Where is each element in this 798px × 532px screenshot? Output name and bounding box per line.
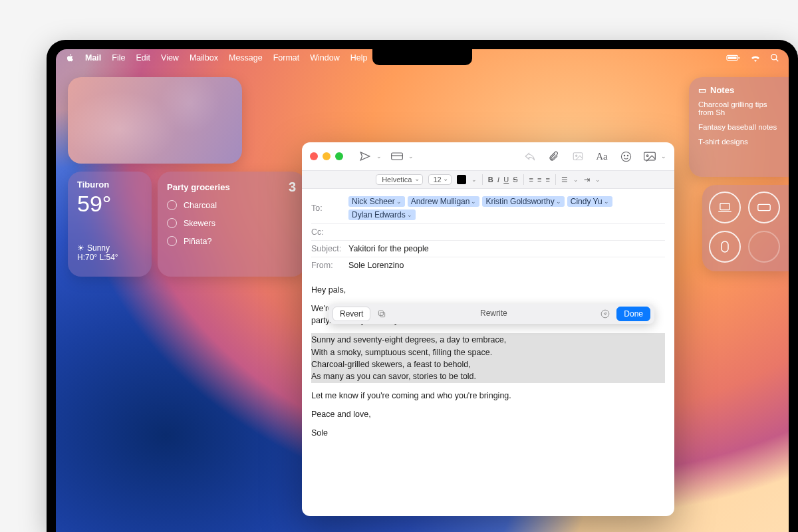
copy-icon[interactable] bbox=[376, 309, 388, 319]
compose-toolbar: ⌄ ⌄ Aa ⌄ bbox=[302, 142, 674, 170]
chevron-down-icon[interactable]: ⌄ bbox=[595, 176, 600, 183]
header-fields-button[interactable] bbox=[388, 148, 406, 165]
strikethrough-button[interactable]: S bbox=[513, 176, 517, 184]
emoji-button[interactable] bbox=[617, 148, 634, 165]
menubar-item-file[interactable]: File bbox=[112, 53, 125, 63]
radio-icon[interactable] bbox=[167, 218, 177, 228]
underline-button[interactable]: U bbox=[503, 176, 509, 184]
attach-button[interactable] bbox=[545, 148, 563, 165]
reply-button[interactable] bbox=[521, 148, 539, 165]
markup-button[interactable] bbox=[569, 148, 587, 165]
revert-button[interactable]: Revert bbox=[332, 307, 370, 321]
selected-text-block: Sunny and seventy-eight degrees, a day t… bbox=[311, 333, 665, 383]
weather-temp: 59° bbox=[77, 191, 142, 217]
radio-icon[interactable] bbox=[167, 200, 177, 210]
photo-browser-button[interactable] bbox=[641, 148, 658, 165]
desktop-screen: Mail File Edit View Mailbox Message Form… bbox=[56, 49, 789, 532]
chevron-down-icon[interactable]: ⌄ bbox=[471, 176, 477, 183]
note-item[interactable]: T-shirt designs bbox=[698, 138, 779, 146]
laptop-device-icon[interactable] bbox=[709, 192, 741, 223]
chevron-down-icon[interactable]: ⌄ bbox=[408, 153, 414, 160]
svg-rect-1 bbox=[728, 57, 737, 59]
reminder-item[interactable]: Piñata? bbox=[167, 236, 296, 246]
display-notch bbox=[372, 49, 472, 65]
recipient-token[interactable]: Dylan Edwards bbox=[348, 209, 416, 220]
subject-label: Subject: bbox=[311, 244, 343, 253]
cc-label: Cc: bbox=[311, 227, 343, 237]
wifi-icon[interactable] bbox=[750, 54, 761, 62]
menubar-item-edit[interactable]: Edit bbox=[136, 53, 150, 63]
reminder-item[interactable]: Skewers bbox=[167, 218, 296, 228]
recipient-token[interactable]: Cindy Yu bbox=[567, 196, 612, 207]
menubar-item-format[interactable]: Format bbox=[273, 53, 300, 63]
keyboard-device-icon[interactable] bbox=[748, 192, 780, 223]
svg-rect-12 bbox=[722, 241, 728, 252]
from-label: From: bbox=[311, 261, 343, 270]
compass-icon[interactable] bbox=[599, 309, 611, 319]
reminder-item[interactable]: Charcoal bbox=[167, 200, 296, 210]
radio-icon[interactable] bbox=[167, 236, 177, 246]
svg-rect-22 bbox=[380, 313, 385, 317]
svg-rect-23 bbox=[379, 311, 384, 315]
font-family-select[interactable]: Helvetica bbox=[376, 174, 423, 185]
body-signature: Sole bbox=[311, 427, 665, 439]
done-button[interactable]: Done bbox=[616, 307, 650, 321]
chevron-down-icon[interactable]: ⌄ bbox=[573, 176, 579, 183]
compose-body[interactable]: Hey pals, We're finally settled into the… bbox=[302, 277, 674, 516]
writing-tools-mode: Rewrite bbox=[393, 308, 594, 319]
mouse-device-icon[interactable] bbox=[709, 231, 741, 263]
writing-tools-popup: Revert Rewrite Done bbox=[329, 304, 654, 324]
align-right-icon[interactable]: ≡ bbox=[545, 176, 549, 184]
recipient-token[interactable]: Andrew Mulligan bbox=[408, 196, 480, 207]
chevron-down-icon[interactable]: ⌄ bbox=[376, 153, 382, 160]
note-item[interactable]: Charcoal grilling tips from Sh bbox=[698, 100, 779, 116]
menubar-item-help[interactable]: Help bbox=[350, 53, 368, 63]
close-button[interactable] bbox=[310, 152, 318, 160]
svg-rect-15 bbox=[573, 153, 583, 160]
svg-point-3 bbox=[771, 55, 777, 60]
send-button[interactable] bbox=[356, 148, 374, 165]
apple-menu-icon[interactable] bbox=[65, 53, 74, 63]
reminders-widget[interactable]: Party groceries 3 Charcoal Skewers Piñat… bbox=[158, 172, 305, 277]
menubar-item-mailbox[interactable]: Mailbox bbox=[190, 53, 218, 63]
align-center-icon[interactable]: ≡ bbox=[537, 176, 541, 184]
list-button[interactable]: ☰ bbox=[561, 176, 568, 184]
svg-rect-20 bbox=[644, 152, 656, 160]
battery-icon[interactable] bbox=[726, 54, 741, 62]
align-left-icon[interactable]: ≡ bbox=[529, 176, 533, 184]
menubar-item-message[interactable]: Message bbox=[229, 53, 263, 63]
font-size-select[interactable]: 12 bbox=[428, 174, 451, 185]
svg-rect-2 bbox=[738, 57, 739, 59]
menubar-item-window[interactable]: Window bbox=[310, 53, 339, 63]
alignment-group: ≡ ≡ ≡ bbox=[529, 176, 550, 184]
svg-point-17 bbox=[621, 152, 630, 161]
recipient-token[interactable]: Kristin Goldsworthy bbox=[482, 196, 564, 207]
weather-condition: ☀︎ Sunny bbox=[77, 243, 142, 253]
italic-button[interactable]: I bbox=[497, 176, 500, 184]
bold-button[interactable]: B bbox=[488, 176, 493, 184]
svg-point-18 bbox=[624, 155, 624, 156]
to-recipients[interactable]: Nick Scheer Andrew Mulligan Kristin Gold… bbox=[348, 196, 665, 220]
text-color-swatch[interactable] bbox=[457, 175, 466, 184]
zoom-button[interactable] bbox=[335, 152, 343, 160]
svg-point-19 bbox=[627, 155, 628, 156]
photos-widget[interactable] bbox=[68, 77, 242, 164]
format-button[interactable]: Aa bbox=[593, 148, 610, 165]
from-field[interactable]: Sole Lorenzino bbox=[348, 261, 404, 270]
find-my-widget[interactable] bbox=[702, 185, 789, 271]
svg-line-4 bbox=[776, 59, 779, 62]
weather-widget[interactable]: Tiburon 59° ☀︎ Sunny H:70° L:54° bbox=[68, 172, 152, 277]
chevron-down-icon[interactable]: ⌄ bbox=[661, 153, 666, 160]
subject-field[interactable]: Yakitori for the people bbox=[348, 244, 429, 253]
menubar-app-name[interactable]: Mail bbox=[85, 53, 101, 63]
spotlight-icon[interactable] bbox=[770, 53, 779, 63]
indent-button[interactable]: ⇥ bbox=[584, 176, 590, 184]
compose-headers: To: Nick Scheer Andrew Mulligan Kristin … bbox=[302, 189, 674, 277]
minimize-button[interactable] bbox=[323, 152, 331, 160]
text-style-group: B I U S bbox=[488, 176, 518, 184]
recipient-token[interactable]: Nick Scheer bbox=[348, 196, 405, 207]
note-item[interactable]: Fantasy baseball notes bbox=[698, 123, 779, 131]
svg-rect-13 bbox=[392, 153, 403, 160]
notes-widget[interactable]: ▭Notes Charcoal grilling tips from Sh Fa… bbox=[689, 77, 789, 177]
menubar-item-view[interactable]: View bbox=[161, 53, 179, 63]
